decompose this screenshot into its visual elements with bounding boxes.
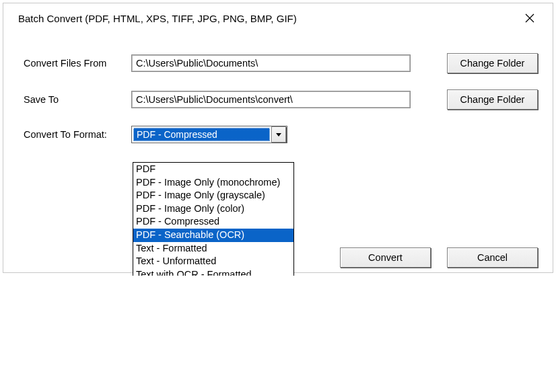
window-title: Batch Convert (PDF, HTML, XPS, TIFF, JPG… [18,13,297,24]
batch-convert-dialog: Batch Convert (PDF, HTML, XPS, TIFF, JPG… [3,3,553,273]
convert-from-row: Convert Files From Change Folder [24,53,538,73]
close-icon [525,13,534,23]
format-combobox-arrow[interactable] [271,126,286,143]
cancel-button[interactable]: Cancel [447,247,538,268]
titlebar: Batch Convert (PDF, HTML, XPS, TIFF, JPG… [3,3,553,33]
save-to-label: Save To [24,94,131,105]
format-combobox[interactable]: PDF - Compressed [131,126,287,143]
format-combobox-selected: PDF - Compressed [133,128,270,141]
format-label: Convert To Format: [24,129,131,140]
format-row: Convert To Format: PDF - Compressed [24,126,538,143]
format-option[interactable]: Text - Formatted [133,242,293,256]
svg-marker-2 [276,133,281,136]
format-option[interactable]: Text - Unformatted [133,255,293,268]
dialog-content: Convert Files From Change Folder Save To… [3,33,553,143]
change-folder-from-button[interactable]: Change Folder [447,53,538,73]
save-to-input[interactable] [131,91,411,108]
format-option[interactable]: PDF - Image Only (color) [133,202,293,216]
format-option[interactable]: Text with OCR - Formatted [133,268,293,276]
close-button[interactable] [518,9,542,28]
format-option[interactable]: PDF - Image Only (monochrome) [133,176,293,190]
format-option[interactable]: PDF - Searchable (OCR) [133,229,293,242]
format-option[interactable]: PDF - Image Only (grayscale) [133,189,293,202]
change-folder-saveto-button[interactable]: Change Folder [447,89,538,110]
dialog-buttons: Convert Cancel [340,247,538,268]
convert-from-input[interactable] [131,54,411,72]
format-option[interactable]: PDF [133,163,293,176]
convert-from-label: Convert Files From [24,58,131,69]
save-to-row: Save To Change Folder [24,89,538,110]
convert-button[interactable]: Convert [340,247,431,268]
format-option[interactable]: PDF - Compressed [133,215,293,229]
format-dropdown-list[interactable]: PDFPDF - Image Only (monochrome)PDF - Im… [133,162,294,276]
chevron-down-icon [276,133,281,136]
